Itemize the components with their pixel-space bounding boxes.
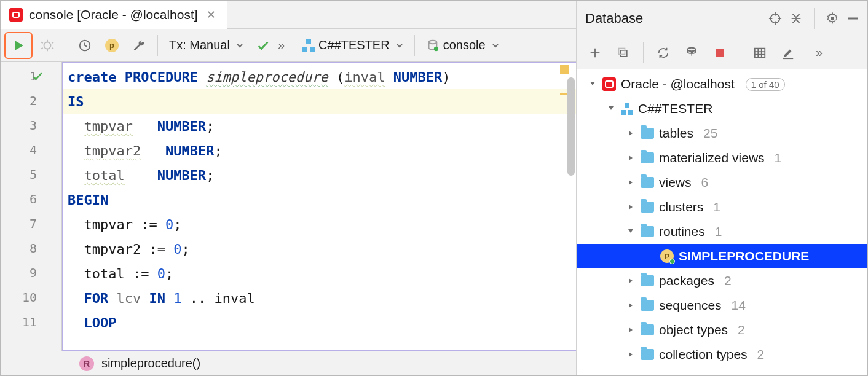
svg-point-10 xyxy=(433,46,438,50)
svg-rect-26 xyxy=(755,48,765,57)
debug-button[interactable] xyxy=(35,33,60,58)
folder-icon xyxy=(641,152,654,163)
schema-icon xyxy=(621,103,633,115)
history-button[interactable] xyxy=(73,33,97,58)
svg-marker-33 xyxy=(609,106,614,110)
tree-node-label: packages xyxy=(659,273,714,288)
expand-arrow-icon[interactable] xyxy=(626,228,636,235)
tree-node-label: object types xyxy=(659,323,728,337)
svg-line-5 xyxy=(52,42,53,43)
tree-folder-node[interactable]: clusters1 xyxy=(577,195,867,219)
tx-mode-selector[interactable]: Tx: Manual xyxy=(164,38,248,52)
folder-icon xyxy=(641,275,654,286)
target-icon[interactable] xyxy=(768,12,782,25)
svg-line-6 xyxy=(41,47,43,49)
expand-arrow-icon[interactable] xyxy=(626,277,636,284)
expand-arrow-icon[interactable] xyxy=(626,326,636,334)
tree-folder-node[interactable]: packages2 xyxy=(577,268,867,293)
stop-button[interactable] xyxy=(708,41,732,65)
connection-count-pill: 1 of 40 xyxy=(746,78,785,91)
svg-marker-32 xyxy=(590,82,595,85)
svg-rect-22 xyxy=(619,48,625,54)
tree-node-count: 1 xyxy=(713,200,720,214)
tree-node-label: sequences xyxy=(659,298,722,313)
add-datasource-button[interactable] xyxy=(583,41,607,65)
expand-arrow-icon[interactable] xyxy=(626,154,636,162)
editor-scrollbar[interactable] xyxy=(566,63,576,350)
expand-arrow-icon[interactable] xyxy=(626,130,636,137)
tree-folder-node[interactable]: object types2 xyxy=(577,318,867,342)
table-view-button[interactable] xyxy=(748,41,772,65)
tree-node-label: materialized views xyxy=(659,151,765,165)
tree-folder-node[interactable]: materialized views1 xyxy=(577,146,867,170)
db-toolbar-more[interactable]: » xyxy=(816,45,823,60)
tree-folder-node[interactable]: sequences14 xyxy=(577,293,867,318)
console-selector[interactable]: console xyxy=(421,38,504,52)
run-button[interactable] xyxy=(4,32,33,59)
tree-node-label: SIMPLEPROCEDURE xyxy=(679,249,809,264)
expand-arrow-icon[interactable] xyxy=(606,105,616,112)
gear-icon[interactable] xyxy=(826,12,839,25)
hide-panel-icon[interactable] xyxy=(846,12,859,25)
svg-point-9 xyxy=(428,40,436,44)
svg-rect-25 xyxy=(716,49,724,57)
schema-label: C##TESTER xyxy=(318,38,390,52)
tree-node-label: routines xyxy=(659,224,705,239)
tree-node-count: 1 xyxy=(775,151,782,165)
oracle-icon xyxy=(9,8,23,22)
filter-button[interactable] xyxy=(679,41,704,65)
wrench-button[interactable] xyxy=(127,33,151,58)
svg-line-4 xyxy=(41,42,43,43)
database-tree[interactable]: Oracle - @localhost 1 of 40 C##TESTER ta… xyxy=(577,69,867,375)
tree-procedure-node[interactable]: PSIMPLEPROCEDURE xyxy=(577,244,867,268)
expand-arrow-icon[interactable] xyxy=(626,302,636,309)
refresh-button[interactable] xyxy=(651,41,676,65)
editor-content[interactable]: create PROCEDURE simpleprocedure (inval … xyxy=(62,62,576,351)
svg-marker-0 xyxy=(15,41,23,50)
tree-node-count: 14 xyxy=(732,298,746,313)
schema-selector[interactable]: C##TESTER xyxy=(298,38,408,52)
connection-label: Oracle - @localhost xyxy=(621,77,735,92)
tree-node-count: 6 xyxy=(701,175,709,190)
database-panel-header: Database xyxy=(577,1,867,36)
status-routine-name: simpleprocedure() xyxy=(101,356,200,370)
database-panel-title: Database xyxy=(585,10,761,26)
folder-icon xyxy=(641,300,654,311)
tree-node-label: tables xyxy=(659,126,693,141)
collapse-icon[interactable] xyxy=(789,12,803,25)
tree-folder-node[interactable]: views6 xyxy=(577,170,867,195)
tree-node-label: clusters xyxy=(659,200,703,214)
expand-arrow-icon[interactable] xyxy=(588,80,598,88)
folder-icon xyxy=(641,349,654,360)
expand-arrow-icon[interactable] xyxy=(626,203,636,211)
expand-arrow-icon[interactable] xyxy=(626,351,636,358)
svg-marker-39 xyxy=(629,278,633,283)
code-editor[interactable]: 1234567891011 create PROCEDURE simplepro… xyxy=(1,62,576,351)
tree-node-count: 1 xyxy=(715,224,722,239)
close-tab-icon[interactable]: ✕ xyxy=(204,8,218,22)
svg-marker-40 xyxy=(629,303,633,308)
procedure-icon: P xyxy=(660,249,674,263)
expand-arrow-icon[interactable] xyxy=(626,179,636,186)
tree-connection-node[interactable]: Oracle - @localhost 1 of 40 xyxy=(577,72,867,96)
svg-point-1 xyxy=(44,42,51,49)
edit-button[interactable] xyxy=(776,41,800,65)
duplicate-button[interactable] xyxy=(611,41,636,65)
editor-tab[interactable]: console [Oracle - @localhost] ✕ xyxy=(1,1,227,29)
tree-folder-node[interactable]: collection types2 xyxy=(577,342,867,367)
tree-node-label: collection types xyxy=(659,347,748,362)
editor-gutter: 1234567891011 xyxy=(1,62,62,351)
tree-folder-node[interactable]: tables25 xyxy=(577,121,867,146)
tree-folder-node[interactable]: routines1 xyxy=(577,219,867,244)
svg-marker-38 xyxy=(628,229,633,233)
console-label: console xyxy=(443,38,486,52)
tree-schema-node[interactable]: C##TESTER xyxy=(577,96,867,121)
svg-marker-41 xyxy=(629,327,633,332)
folder-icon xyxy=(641,226,654,237)
oracle-icon xyxy=(602,77,616,91)
tree-node-label: views xyxy=(659,175,692,190)
param-p-button[interactable]: p xyxy=(100,33,124,58)
commit-button[interactable] xyxy=(251,33,275,58)
toolbar-more-1[interactable]: » xyxy=(278,38,285,52)
svg-rect-21 xyxy=(621,50,627,56)
